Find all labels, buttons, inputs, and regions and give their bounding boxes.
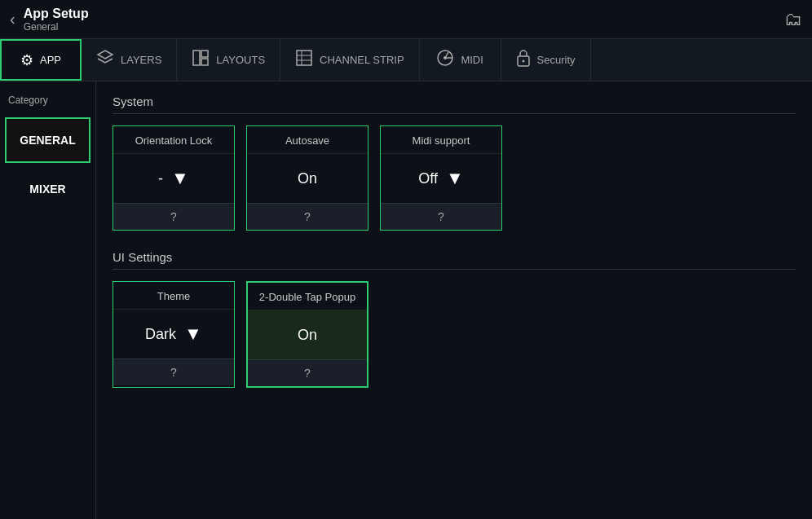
orientation-lock-arrow: ▼: [171, 168, 189, 189]
theme-help[interactable]: ?: [113, 358, 234, 385]
layouts-tab-icon: [192, 49, 210, 71]
security-tab-icon: [516, 49, 531, 71]
header-title: App Setup General: [24, 7, 89, 33]
double-tap-popup-title: 2-Double Tap Popup: [248, 283, 367, 310]
tab-layouts-label: LAYOUTS: [216, 54, 265, 66]
autosave-title: Autosave: [247, 126, 368, 154]
midi-support-title: Midi support: [381, 126, 501, 154]
tab-channel-strip[interactable]: CHANNEL STRIP: [280, 39, 420, 81]
sidebar-item-mixer[interactable]: MIXER: [5, 166, 90, 212]
tab-midi[interactable]: MIDI: [420, 39, 501, 81]
theme-card: Theme Dark ▼ ?: [113, 281, 235, 388]
channel-strip-tab-icon: [295, 49, 313, 71]
app-header: ‹ App Setup General 🗂: [0, 0, 812, 39]
header-left: ‹ App Setup General: [10, 7, 89, 33]
svg-point-9: [444, 56, 447, 59]
orientation-lock-value[interactable]: - ▼: [113, 154, 234, 203]
svg-rect-3: [201, 59, 208, 65]
midi-support-arrow: ▼: [446, 168, 464, 189]
theme-title: Theme: [113, 282, 234, 310]
tab-security-label: Security: [537, 54, 576, 66]
folder-icon[interactable]: 🗂: [784, 9, 802, 30]
sidebar: Category GENERAL MIXER: [0, 81, 96, 519]
tab-midi-label: MIDI: [461, 54, 483, 66]
svg-rect-1: [193, 51, 200, 65]
orientation-lock-card: Orientation Lock - ▼ ?: [113, 125, 235, 231]
sidebar-item-general[interactable]: GENERAL: [5, 117, 90, 163]
app-subtitle: General: [24, 21, 89, 33]
tabs-bar: ⚙ APP LAYERS LAYOUTS: [0, 39, 812, 81]
autosave-value[interactable]: On: [247, 154, 368, 203]
tab-app-label: APP: [40, 54, 61, 66]
sidebar-mixer-label: MIXER: [29, 183, 65, 196]
main-area: Category GENERAL MIXER System Orientatio…: [0, 81, 812, 519]
double-tap-popup-value[interactable]: On: [248, 310, 367, 359]
sidebar-general-label: GENERAL: [20, 134, 75, 147]
ui-section-title: UI Settings: [113, 250, 796, 270]
theme-value[interactable]: Dark ▼: [113, 310, 234, 358]
content-area: System Orientation Lock - ▼ ? Autosave O…: [96, 81, 812, 519]
tab-layers[interactable]: LAYERS: [82, 39, 177, 81]
category-label: Category: [0, 90, 95, 114]
system-cards-row: Orientation Lock - ▼ ? Autosave On ? Mid…: [113, 125, 796, 231]
layers-tab-icon: [96, 49, 114, 71]
orientation-lock-help[interactable]: ?: [113, 203, 234, 230]
midi-support-help[interactable]: ?: [381, 203, 501, 230]
theme-arrow: ▼: [184, 323, 202, 345]
tab-layouts[interactable]: LAYOUTS: [177, 39, 280, 81]
app-tab-icon: ⚙: [20, 51, 33, 69]
tab-app[interactable]: ⚙ APP: [0, 39, 82, 81]
system-section-title: System: [113, 95, 796, 114]
svg-marker-0: [98, 51, 113, 59]
midi-support-card: Midi support Off ▼ ?: [380, 125, 502, 231]
back-button[interactable]: ‹: [10, 10, 15, 29]
tab-layers-label: LAYERS: [121, 54, 161, 66]
svg-rect-2: [201, 51, 208, 57]
tab-channel-strip-label: CHANNEL STRIP: [320, 54, 404, 66]
midi-support-value[interactable]: Off ▼: [381, 154, 501, 203]
midi-tab-icon: [436, 49, 454, 71]
orientation-lock-title: Orientation Lock: [113, 126, 234, 154]
autosave-help[interactable]: ?: [247, 203, 368, 230]
app-title: App Setup: [24, 7, 89, 21]
double-tap-popup-card: 2-Double Tap Popup On ?: [246, 281, 368, 388]
double-tap-popup-help[interactable]: ?: [248, 359, 367, 386]
tab-security[interactable]: Security: [501, 39, 591, 81]
svg-rect-4: [297, 51, 311, 65]
svg-point-11: [522, 60, 524, 63]
autosave-card: Autosave On ?: [246, 125, 368, 231]
ui-cards-row: Theme Dark ▼ ? 2-Double Tap Popup On ?: [113, 281, 796, 388]
